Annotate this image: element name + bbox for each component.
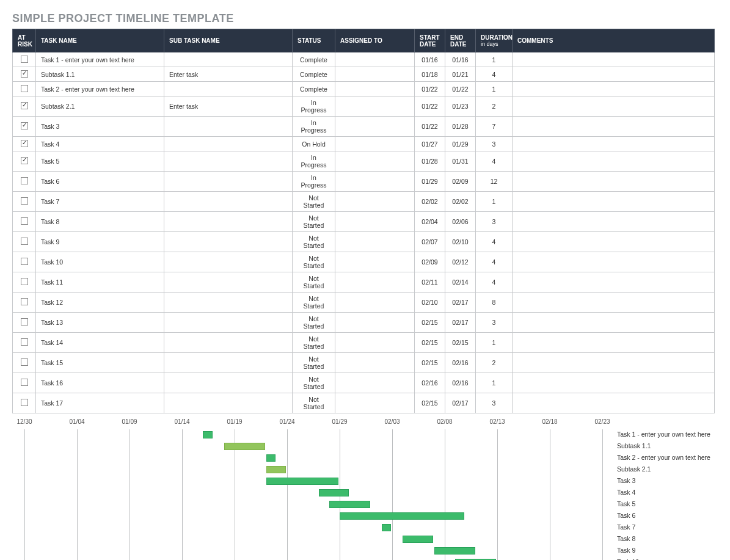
task-name-cell[interactable]: Subtask 1.1 bbox=[36, 67, 164, 82]
gantt-bar[interactable] bbox=[203, 431, 212, 438]
status-cell[interactable]: Not Started bbox=[293, 373, 335, 393]
assigned-cell[interactable] bbox=[335, 151, 415, 172]
checkbox-icon[interactable] bbox=[21, 70, 28, 78]
task-name-cell[interactable]: Task 7 bbox=[36, 192, 164, 212]
assigned-cell[interactable] bbox=[335, 117, 415, 137]
assigned-cell[interactable] bbox=[335, 192, 415, 212]
sub-task-cell[interactable] bbox=[164, 212, 293, 232]
gantt-bar[interactable] bbox=[224, 443, 265, 450]
at-risk-cell[interactable] bbox=[13, 232, 36, 252]
sub-task-cell[interactable] bbox=[164, 353, 293, 373]
status-cell[interactable]: In Progress bbox=[293, 96, 335, 117]
checkbox-icon[interactable] bbox=[21, 298, 28, 305]
at-risk-cell[interactable] bbox=[13, 96, 36, 117]
status-cell[interactable]: In Progress bbox=[293, 117, 335, 137]
assigned-cell[interactable] bbox=[335, 232, 415, 252]
checkbox-icon[interactable] bbox=[21, 197, 28, 205]
end-date-cell[interactable]: 02/10 bbox=[445, 232, 476, 252]
sub-task-cell[interactable] bbox=[164, 232, 293, 252]
comments-cell[interactable] bbox=[513, 232, 715, 252]
status-cell[interactable]: Not Started bbox=[293, 272, 335, 293]
status-cell[interactable]: Not Started bbox=[293, 313, 335, 333]
end-date-cell[interactable]: 01/29 bbox=[445, 137, 476, 151]
status-cell[interactable]: Not Started bbox=[293, 252, 335, 272]
task-name-cell[interactable]: Task 15 bbox=[36, 353, 164, 373]
task-name-cell[interactable]: Task 2 - enter your own text here bbox=[36, 82, 164, 96]
task-name-cell[interactable]: Task 3 bbox=[36, 117, 164, 137]
comments-cell[interactable] bbox=[513, 96, 715, 117]
sub-task-cell[interactable] bbox=[164, 272, 293, 293]
assigned-cell[interactable] bbox=[335, 137, 415, 151]
checkbox-icon[interactable] bbox=[21, 177, 28, 184]
at-risk-cell[interactable] bbox=[13, 172, 36, 192]
sub-task-cell[interactable]: Enter task bbox=[164, 67, 293, 82]
assigned-cell[interactable] bbox=[335, 96, 415, 117]
comments-cell[interactable] bbox=[513, 67, 715, 82]
comments-cell[interactable] bbox=[513, 313, 715, 333]
checkbox-icon[interactable] bbox=[21, 140, 28, 147]
end-date-cell[interactable]: 02/17 bbox=[445, 313, 476, 333]
start-date-cell[interactable]: 02/15 bbox=[415, 333, 445, 353]
status-cell[interactable]: Complete bbox=[293, 82, 335, 96]
end-date-cell[interactable]: 01/23 bbox=[445, 96, 476, 117]
comments-cell[interactable] bbox=[513, 192, 715, 212]
checkbox-icon[interactable] bbox=[21, 318, 28, 325]
at-risk-cell[interactable] bbox=[13, 373, 36, 393]
gantt-bar[interactable] bbox=[266, 454, 276, 462]
status-cell[interactable]: Not Started bbox=[293, 353, 335, 373]
checkbox-icon[interactable] bbox=[21, 338, 28, 346]
gantt-bar[interactable] bbox=[329, 501, 370, 508]
sub-task-cell[interactable] bbox=[164, 172, 293, 192]
checkbox-icon[interactable] bbox=[21, 358, 28, 366]
task-name-cell[interactable]: Task 9 bbox=[36, 232, 164, 252]
sub-task-cell[interactable] bbox=[164, 53, 293, 67]
status-cell[interactable]: In Progress bbox=[293, 151, 335, 172]
checkbox-icon[interactable] bbox=[21, 102, 28, 109]
end-date-cell[interactable]: 01/16 bbox=[445, 53, 476, 67]
at-risk-cell[interactable] bbox=[13, 137, 36, 151]
sub-task-cell[interactable] bbox=[164, 313, 293, 333]
checkbox-icon[interactable] bbox=[21, 379, 28, 386]
at-risk-cell[interactable] bbox=[13, 313, 36, 333]
assigned-cell[interactable] bbox=[335, 313, 415, 333]
status-cell[interactable]: Not Started bbox=[293, 192, 335, 212]
start-date-cell[interactable]: 01/27 bbox=[415, 137, 445, 151]
start-date-cell[interactable]: 02/16 bbox=[415, 373, 445, 393]
sub-task-cell[interactable] bbox=[164, 151, 293, 172]
checkbox-icon[interactable] bbox=[21, 157, 28, 164]
start-date-cell[interactable]: 02/10 bbox=[415, 293, 445, 313]
comments-cell[interactable] bbox=[513, 373, 715, 393]
task-name-cell[interactable]: Task 11 bbox=[36, 272, 164, 293]
status-cell[interactable]: Not Started bbox=[293, 212, 335, 232]
task-name-cell[interactable]: Task 12 bbox=[36, 293, 164, 313]
gantt-bar[interactable] bbox=[266, 466, 286, 473]
end-date-cell[interactable]: 02/14 bbox=[445, 272, 476, 293]
at-risk-cell[interactable] bbox=[13, 212, 36, 232]
sub-task-cell[interactable] bbox=[164, 293, 293, 313]
sub-task-cell[interactable] bbox=[164, 117, 293, 137]
gantt-bar[interactable] bbox=[403, 536, 433, 543]
end-date-cell[interactable]: 01/21 bbox=[445, 67, 476, 82]
comments-cell[interactable] bbox=[513, 82, 715, 96]
end-date-cell[interactable]: 01/28 bbox=[445, 117, 476, 137]
gantt-bar[interactable] bbox=[319, 489, 349, 496]
start-date-cell[interactable]: 02/15 bbox=[415, 393, 445, 413]
gantt-bar[interactable] bbox=[266, 478, 338, 485]
gantt-bar[interactable] bbox=[434, 547, 475, 555]
start-date-cell[interactable]: 02/07 bbox=[415, 232, 445, 252]
task-name-cell[interactable]: Task 16 bbox=[36, 373, 164, 393]
comments-cell[interactable] bbox=[513, 53, 715, 67]
comments-cell[interactable] bbox=[513, 353, 715, 373]
task-name-cell[interactable]: Task 1 - enter your own text here bbox=[36, 53, 164, 67]
end-date-cell[interactable]: 02/12 bbox=[445, 252, 476, 272]
sub-task-cell[interactable] bbox=[164, 252, 293, 272]
sub-task-cell[interactable] bbox=[164, 333, 293, 353]
at-risk-cell[interactable] bbox=[13, 151, 36, 172]
at-risk-cell[interactable] bbox=[13, 82, 36, 96]
start-date-cell[interactable]: 02/04 bbox=[415, 212, 445, 232]
task-name-cell[interactable]: Task 6 bbox=[36, 172, 164, 192]
checkbox-icon[interactable] bbox=[21, 217, 28, 225]
comments-cell[interactable] bbox=[513, 212, 715, 232]
checkbox-icon[interactable] bbox=[21, 258, 28, 265]
start-date-cell[interactable]: 02/15 bbox=[415, 353, 445, 373]
